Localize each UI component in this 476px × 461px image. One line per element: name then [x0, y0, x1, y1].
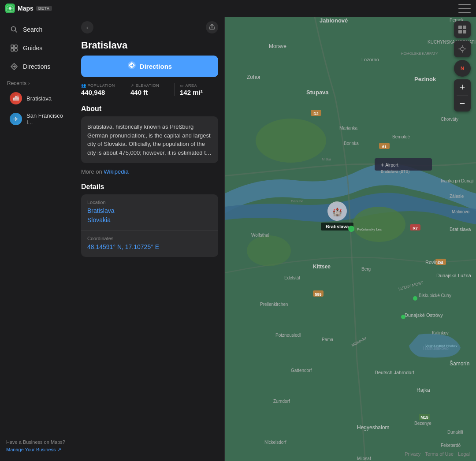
wikipedia-link: More on Wikipedia	[75, 167, 224, 180]
map-type-button[interactable]	[454, 21, 471, 38]
coordinates-value[interactable]: 48.14591° N, 17.10725° E	[87, 242, 212, 252]
svg-text:D2: D2	[313, 112, 319, 116]
zoom-out-button[interactable]: −	[454, 96, 471, 112]
svg-point-20	[353, 207, 405, 242]
svg-rect-82	[458, 26, 462, 29]
svg-text:Hegyeshalom: Hegyeshalom	[357, 424, 389, 431]
guides-icon	[10, 44, 19, 52]
recent-item-bratislava[interactable]: 🏙 Bratislava	[3, 89, 72, 108]
wikipedia-anchor[interactable]: Wikipedia	[104, 168, 128, 175]
elevation-stat: ↗ ELEVATION 440 ft	[125, 83, 169, 96]
sidebar-item-search[interactable]: Search	[3, 21, 72, 38]
detail-header: ‹	[75, 17, 224, 38]
svg-line-3	[15, 31, 17, 33]
svg-text:Bezenye: Bezenye	[414, 421, 431, 426]
map-controls: N + −	[454, 21, 471, 112]
svg-text:Berg: Berg	[361, 267, 371, 271]
svg-text:Biskupické Cuhy: Biskupické Cuhy	[419, 293, 451, 298]
svg-point-77	[348, 226, 354, 232]
coordinates-label: Coordinates	[87, 236, 212, 241]
svg-text:Pečniansky Les: Pečniansky Les	[357, 227, 382, 231]
svg-rect-7	[15, 48, 17, 51]
svg-text:Zálesie: Zálesie	[450, 194, 464, 199]
svg-text:Lozorno: Lozorno	[361, 57, 379, 62]
business-link: Have a Business on Maps? Manage Your Bus…	[6, 439, 69, 453]
svg-text:Rajka: Rajka	[416, 387, 430, 393]
svg-point-1	[9, 7, 11, 10]
svg-point-22	[247, 235, 291, 266]
search-label: Search	[23, 26, 42, 33]
population-icon: 👥	[81, 83, 86, 88]
recent-item-san-francisco[interactable]: ✈ San Francisco I...	[3, 109, 72, 129]
privacy-link[interactable]: Privacy	[405, 451, 420, 457]
svg-text:Pezinok: Pezinok	[414, 76, 436, 82]
directions-label: Directions	[23, 63, 50, 70]
back-button[interactable]: ‹	[81, 21, 93, 33]
share-button[interactable]	[206, 21, 218, 33]
details-heading: Details	[75, 180, 224, 194]
svg-text:Feketerdó: Feketerdó	[441, 443, 461, 448]
stats-row: 👥 POPULATION 440,948 ↗ ELEVATION 440 ft …	[75, 83, 224, 102]
svg-text:HOMOLSKE KARPATY: HOMOLSKE KARPATY	[401, 52, 438, 56]
location-city[interactable]: Bratislava	[87, 206, 212, 216]
compass-button[interactable]: N	[454, 60, 471, 77]
main-layout: Search Guides Directions	[0, 17, 476, 461]
sidebar-item-directions[interactable]: Directions	[3, 58, 72, 75]
map-area[interactable]: D2 61 R7 D4 599 Jablonové Morave Zohor S…	[225, 17, 476, 461]
svg-text:Wolfsthal: Wolfsthal	[251, 233, 269, 238]
directions-icon	[10, 62, 19, 71]
svg-point-80	[401, 315, 405, 319]
elevation-label: ↗ ELEVATION	[130, 83, 169, 88]
svg-text:Malinovo: Malinovo	[452, 209, 469, 214]
svg-rect-84	[458, 30, 462, 33]
directions-button-label: Directions	[140, 63, 172, 70]
svg-text:Stupava: Stupava	[306, 89, 329, 96]
svg-text:Šamorín: Šamorín	[450, 360, 469, 367]
san-francisco-recent-label: San Francisco I...	[26, 112, 65, 126]
sidebar-item-guides[interactable]: Guides	[3, 39, 72, 57]
zoom-in-button[interactable]: +	[454, 79, 471, 95]
about-heading: About	[75, 102, 224, 116]
guides-label: Guides	[23, 45, 42, 52]
details-card: Location Bratislava Slovakia Coordinates…	[81, 194, 218, 257]
about-text-box: Bratislava, historically known as Preßbu…	[81, 116, 218, 163]
svg-text:Bernoldé: Bernoldé	[392, 134, 410, 139]
app-logo: Maps BETA	[5, 4, 52, 13]
svg-text:Ivanka pri Dunaji: Ivanka pri Dunaji	[441, 178, 473, 183]
location-country[interactable]: Slovakia	[87, 216, 212, 225]
svg-text:Bratislava: Bratislava	[450, 227, 471, 232]
population-stat: 👥 POPULATION 440,948	[81, 83, 119, 96]
directions-button[interactable]: Directions	[81, 56, 218, 77]
zoom-controls: + −	[454, 79, 471, 112]
svg-text:Zohor: Zohor	[247, 74, 260, 80]
svg-text:Deutsch Jahrndorf: Deutsch Jahrndorf	[375, 370, 415, 375]
svg-text:M15: M15	[420, 415, 428, 420]
recents-label: Recents ›	[0, 76, 75, 88]
area-label: ▭ AREA	[180, 83, 218, 88]
bratislava-icon: 🏙	[10, 92, 22, 104]
svg-text:Gattendorf: Gattendorf	[291, 368, 312, 373]
bratislava-recent-label: Bratislava	[26, 95, 52, 102]
app-title: Maps	[18, 5, 33, 12]
location-label: Location	[87, 200, 212, 205]
legal-link[interactable]: Legal	[458, 451, 470, 457]
about-text: Bratislava, historically known as Preßbu…	[87, 123, 212, 157]
population-value: 440,948	[81, 89, 119, 96]
svg-rect-83	[463, 26, 466, 29]
svg-text:Danube: Danube	[291, 199, 304, 203]
svg-rect-85	[463, 30, 466, 33]
map-attribution: Privacy Terms of Use Legal	[405, 451, 470, 457]
location-row: Location Bratislava Slovakia	[81, 194, 218, 230]
svg-rect-4	[11, 45, 14, 48]
location-button[interactable]	[454, 41, 471, 57]
place-title: Bratislava	[75, 38, 224, 56]
terms-link[interactable]: Terms of Use	[425, 451, 454, 457]
sidebar-toggle-button[interactable]	[458, 4, 471, 13]
svg-text:Milosaf: Milosaf	[357, 456, 371, 461]
titlebar: Maps BETA	[0, 0, 476, 17]
manage-business-link[interactable]: Manage Your Business ↗	[6, 447, 61, 452]
svg-text:Kittsee: Kittsee	[313, 264, 331, 270]
svg-point-86	[461, 47, 464, 51]
back-icon: ‹	[86, 24, 88, 31]
svg-text:Edelstál: Edelstál	[284, 275, 300, 280]
